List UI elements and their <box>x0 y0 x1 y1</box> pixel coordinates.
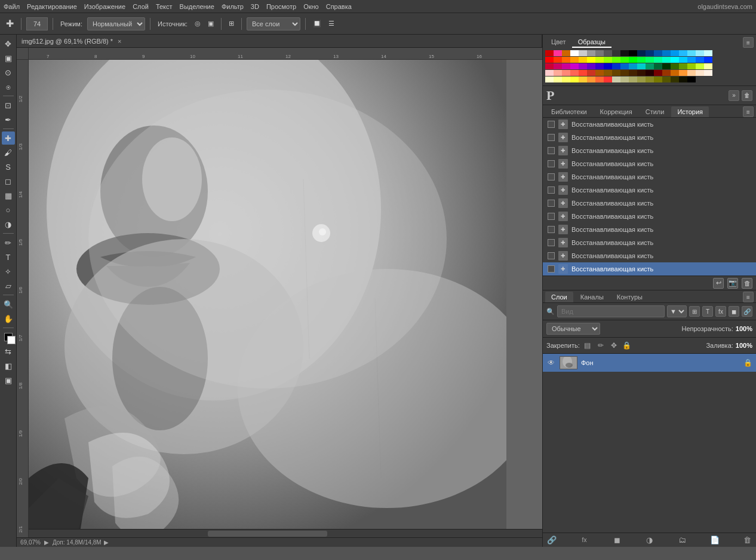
swatch[interactable] <box>654 50 662 56</box>
mode-select[interactable]: Нормальный Замена Умножение <box>87 17 145 30</box>
swatch[interactable] <box>654 63 662 69</box>
layers-fx-btn[interactable]: fx <box>579 535 590 546</box>
tool-move[interactable]: ✥ <box>2 37 15 50</box>
swatch[interactable] <box>662 57 671 63</box>
swatch[interactable] <box>646 70 654 76</box>
tool-swap-colors[interactable]: ⇆ <box>2 345 15 358</box>
swatch[interactable] <box>604 63 612 69</box>
swatch[interactable] <box>687 57 696 63</box>
swatch[interactable] <box>704 57 712 63</box>
tab-swatches[interactable]: Образцы <box>572 37 611 48</box>
extra-btn1[interactable]: 🔲 <box>311 19 324 29</box>
panel-expand-btn[interactable]: » <box>729 90 739 101</box>
menu-filter[interactable]: Фильтр <box>222 3 244 10</box>
swatch[interactable] <box>595 57 604 63</box>
swatch[interactable] <box>587 76 595 82</box>
history-checkbox-1[interactable] <box>548 121 555 128</box>
swatch[interactable] <box>629 70 637 76</box>
tab-styles[interactable]: Стили <box>640 106 671 117</box>
lock-image-btn[interactable]: ✏ <box>595 340 606 351</box>
history-checkbox-7[interactable] <box>548 200 555 207</box>
layers-adj-btn[interactable]: ◑ <box>644 535 655 546</box>
tool-foreground-color[interactable] <box>2 331 15 344</box>
history-item-5[interactable]: ✚ Восстанавливающая кисть <box>543 170 756 183</box>
swatch[interactable] <box>671 50 679 56</box>
swatch[interactable] <box>595 50 604 56</box>
swatch[interactable] <box>671 57 679 63</box>
history-snapshot-btn[interactable]: 📷 <box>727 278 738 289</box>
layer-item-fon[interactable]: 👁 Фон 🔒 <box>543 354 756 372</box>
panel-delete-btn[interactable]: 🗑 <box>742 90 752 101</box>
history-item-6[interactable]: ✚ Восстанавливающая кисть <box>543 183 756 197</box>
swatch[interactable] <box>654 76 662 82</box>
swatch[interactable] <box>545 70 554 76</box>
extra-btn2[interactable]: ☰ <box>326 19 337 29</box>
swatch[interactable] <box>612 63 620 69</box>
swatch[interactable] <box>604 50 612 56</box>
swatch[interactable] <box>612 57 620 63</box>
swatch[interactable] <box>662 70 671 76</box>
tool-text[interactable]: T <box>2 250 15 264</box>
swatch[interactable] <box>579 70 587 76</box>
menu-3d[interactable]: 3D <box>251 3 259 10</box>
swatch[interactable] <box>562 50 570 56</box>
swatch[interactable] <box>671 70 679 76</box>
swatch[interactable] <box>554 57 562 63</box>
swatch[interactable] <box>587 57 595 63</box>
swatch[interactable] <box>562 57 570 63</box>
menu-view[interactable]: Просмотр <box>266 3 296 10</box>
history-item-12[interactable]: ✚ Восстанавливающая кисть <box>543 262 756 276</box>
swatch[interactable] <box>554 76 562 82</box>
swatch[interactable] <box>696 63 704 69</box>
swatch[interactable] <box>687 76 696 82</box>
tool-magic-wand[interactable]: ⍟ <box>2 80 15 93</box>
tab-channels[interactable]: Каналы <box>574 292 610 302</box>
swatch[interactable] <box>654 70 662 76</box>
tab-libraries[interactable]: Библиотеки <box>545 106 593 117</box>
swatch[interactable] <box>671 63 679 69</box>
history-item-11[interactable]: ✚ Восстанавливающая кисть <box>543 249 756 262</box>
swatch[interactable] <box>679 63 687 69</box>
history-item-10[interactable]: ✚ Восстанавливающая кисть <box>543 236 756 249</box>
swatch[interactable] <box>579 50 587 56</box>
layer-filter-btn4[interactable]: ◼ <box>729 306 739 317</box>
swatch[interactable] <box>595 76 604 82</box>
swatch[interactable] <box>646 50 654 56</box>
swatch[interactable] <box>662 63 671 69</box>
swatch[interactable] <box>620 63 629 69</box>
menu-layer[interactable]: Слой <box>133 3 149 10</box>
menu-select[interactable]: Выделение <box>180 3 214 10</box>
swatch[interactable] <box>562 63 570 69</box>
swatch[interactable] <box>545 57 554 63</box>
history-checkbox-6[interactable] <box>548 186 555 194</box>
tool-hand[interactable]: ✋ <box>2 312 15 325</box>
layers-select[interactable]: Все слои Текущий слой <box>247 17 300 30</box>
layers-delete-btn[interactable]: 🗑 <box>742 535 752 546</box>
layer-filter-btn5[interactable]: 🔗 <box>742 306 752 317</box>
swatch[interactable] <box>704 63 712 69</box>
swatch[interactable] <box>554 63 562 69</box>
history-item-4[interactable]: ✚ Восстанавливающая кисть <box>543 157 756 170</box>
swatch[interactable] <box>604 76 612 82</box>
swatch[interactable] <box>662 50 671 56</box>
layer-filter-btn2[interactable]: T <box>702 306 713 317</box>
menu-help[interactable]: Справка <box>326 3 352 10</box>
layers-mask-btn[interactable]: ◼ <box>611 535 622 546</box>
history-panel-menu[interactable]: ≡ <box>743 106 754 117</box>
tool-screen-mode[interactable]: ▣ <box>2 374 15 387</box>
swatch[interactable] <box>637 76 646 82</box>
tool-heal[interactable]: ✚ <box>2 131 15 145</box>
swatch[interactable] <box>679 76 687 82</box>
swatch[interactable] <box>671 76 679 82</box>
menu-edit[interactable]: Редактирование <box>27 3 77 10</box>
tool-clone[interactable]: S <box>2 160 15 173</box>
swatch[interactable] <box>545 50 554 56</box>
history-checkbox-12[interactable] <box>548 265 555 273</box>
menu-file[interactable]: Файл <box>4 3 20 10</box>
history-checkbox-4[interactable] <box>548 160 555 167</box>
tool-path[interactable]: ⟡ <box>2 265 15 278</box>
swatch[interactable] <box>696 57 704 63</box>
history-checkbox-2[interactable] <box>548 134 555 141</box>
swatch[interactable] <box>604 70 612 76</box>
align-btn[interactable]: ⊞ <box>226 19 236 29</box>
